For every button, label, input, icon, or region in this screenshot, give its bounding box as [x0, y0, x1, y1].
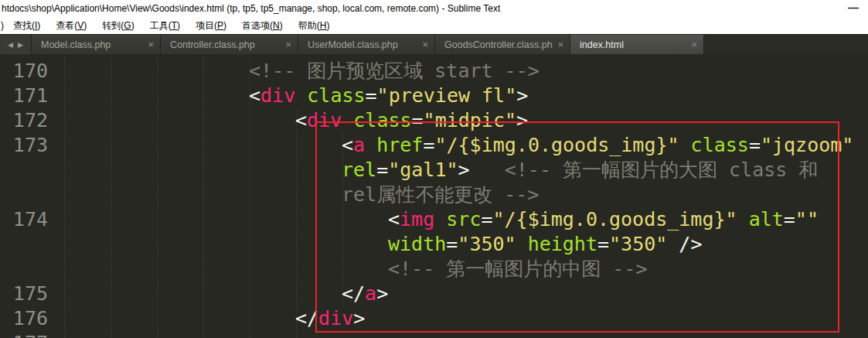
- tab-scroll-left-icon[interactable]: ◀: [8, 41, 13, 49]
- code-row-176[interactable]: 176</div>: [0, 306, 868, 331]
- code-token-pun: =: [597, 233, 609, 255]
- code-token-pun: </: [342, 282, 365, 305]
- code-text: </div>: [60, 306, 365, 331]
- code-token-tag: div: [307, 109, 342, 131]
- menu-item-V[interactable]: 查看(V): [48, 18, 94, 34]
- tab-GoodsController.class.php[interactable]: GoodsController.class.php×: [435, 35, 570, 54]
- code-token-pun: [679, 134, 691, 156]
- menu-item-N[interactable]: 首选项(N): [234, 18, 291, 34]
- menu-item-H[interactable]: 帮助(H): [291, 18, 338, 34]
- tab-Model.class.php[interactable]: Model.class.php×: [32, 35, 161, 54]
- code-row-170[interactable]: 170<!-- 图片预览区域 start -->: [0, 59, 868, 84]
- code-token-pun: <: [388, 208, 400, 230]
- code-token-tag: div: [318, 307, 353, 329]
- code-text: <!-- 第一幅图片的中图 -->: [60, 257, 647, 282]
- code-row-wrap[interactable]: width="350" height="350" />: [0, 232, 868, 257]
- code-text: <img src="/{$img.0.goods_img}" alt="": [60, 207, 819, 232]
- code-text: width="350" height="350" />: [60, 232, 702, 257]
- code-token-pun: <: [295, 109, 307, 131]
- code-token-str: "/{$img.0.goods_img}": [434, 134, 679, 156]
- tab-index.html[interactable]: index.html×: [570, 35, 704, 54]
- code-token-pun: >: [516, 109, 528, 131]
- code-row-wrap[interactable]: <!-- 第一幅图片的中图 -->: [0, 257, 868, 282]
- line-number: 172: [0, 108, 48, 133]
- code-row-173[interactable]: 173<a href="/{$img.0.goods_img}" class="…: [0, 133, 868, 158]
- line-number: 171: [0, 84, 48, 108]
- code-token-attr: width: [388, 233, 446, 255]
- code-token-com: <!-- 第一幅图片的大图 class 和: [505, 159, 819, 181]
- code-row-175[interactable]: 175</a>: [0, 282, 868, 306]
- code-token-str: "350": [458, 233, 516, 255]
- code-token-pun: =: [446, 233, 458, 255]
- window-title: htdocs\shop\Application\Home\View\Goods\…: [0, 3, 500, 14]
- code-token-pun: =: [481, 208, 492, 230]
- code-token-attr: class: [691, 134, 749, 156]
- code-token-pun: [365, 134, 376, 156]
- code-text: <a href="/{$img.0.goods_img}" class="jqz…: [60, 133, 853, 158]
- code-token-pun: [342, 109, 353, 131]
- tab-label: UserModel.class.php: [308, 39, 417, 50]
- tab-close-icon[interactable]: ×: [691, 39, 697, 50]
- line-number: 176: [0, 306, 48, 331]
- tab-close-icon[interactable]: ×: [557, 39, 563, 50]
- tab-UserModel.class.php[interactable]: UserModel.class.php×: [298, 35, 435, 54]
- menu-item-I[interactable]: 查找(I): [5, 18, 48, 34]
- code-token-str: "/{$img.0.goods_img}": [493, 208, 737, 230]
- menu-bar: )查找(I)查看(V)转到(G)工具(T)项目(P)首选项(N)帮助(H): [0, 17, 868, 34]
- code-token-com: <!-- 第一幅图片的中图 -->: [388, 258, 647, 280]
- code-row-171[interactable]: 171<div class="preview fl">: [0, 84, 868, 108]
- code-token-pun: [737, 208, 749, 230]
- code-token-tag: a: [353, 134, 365, 156]
- tab-bar: ◀ ▶ Model.class.php×Controller.class.php…: [0, 34, 868, 54]
- code-token-pun: >: [458, 159, 505, 181]
- tab-close-icon[interactable]: ×: [148, 39, 154, 50]
- code-token-attr: alt: [749, 208, 784, 230]
- code-token-pun: >: [516, 84, 528, 107]
- code-token-pun: =: [376, 159, 388, 181]
- code-token-pun: <: [342, 134, 353, 156]
- sublime-text-window: htdocs\shop\Application\Home\View\Goods\…: [0, 0, 868, 338]
- tab-scroll-right-icon[interactable]: ▶: [18, 41, 23, 49]
- code-text: </a>: [60, 282, 388, 306]
- menu-item-T[interactable]: 工具(T): [142, 18, 188, 34]
- code-token-attr: height: [528, 233, 597, 255]
- code-token-str: "midpic": [424, 109, 516, 131]
- tab-scroll-arrows: ◀ ▶: [0, 35, 32, 54]
- code-row-174[interactable]: 174<img src="/{$img.0.goods_img}" alt="": [0, 207, 868, 232]
- code-row-172[interactable]: 172<div class="midpic">: [0, 108, 868, 133]
- code-token-com: <!-- 图片预览区域 start -->: [249, 60, 540, 82]
- menu-item-P[interactable]: 项目(P): [188, 18, 234, 34]
- code-token-str: "preview fl": [377, 84, 517, 107]
- code-token-pun: >: [353, 307, 365, 329]
- code-token-pun: =: [366, 84, 377, 107]
- code-token-pun: [434, 208, 446, 230]
- code-text: <div class="preview fl">: [60, 84, 528, 108]
- code-token-attr: class: [353, 109, 411, 131]
- code-row-177[interactable]: 177: [0, 331, 868, 338]
- tab-close-icon[interactable]: ×: [422, 39, 428, 50]
- code-token-tag: img: [400, 208, 434, 230]
- code-token-str: "gal1": [388, 159, 458, 181]
- tab-Controller.class.php[interactable]: Controller.class.php×: [161, 35, 298, 54]
- code-token-str: "350": [609, 233, 667, 255]
- code-token-attr: rel: [342, 159, 376, 181]
- tab-label: index.html: [580, 39, 686, 50]
- code-row-wrap[interactable]: rel="gal1"> <!-- 第一幅图片的大图 class 和: [0, 158, 868, 183]
- code-token-tag: div: [260, 84, 295, 107]
- tab-close-icon[interactable]: ×: [285, 39, 291, 50]
- menu-item-G[interactable]: 转到(G): [94, 18, 141, 34]
- code-token-pun: >: [376, 282, 388, 305]
- tab-label: GoodsController.class.php: [444, 39, 553, 50]
- code-editor[interactable]: 170<!-- 图片预览区域 start -->171<div class="p…: [0, 54, 868, 338]
- minimize-icon[interactable]: —: [848, 1, 859, 15]
- code-text: rel属性不能更改 -->: [60, 183, 539, 207]
- line-number: 175: [0, 282, 48, 306]
- code-token-pun: <: [249, 84, 260, 107]
- line-number: 173: [0, 133, 48, 158]
- code-token-pun: =: [749, 134, 761, 156]
- line-number: 177: [0, 331, 48, 338]
- code-token-pun: =: [423, 134, 434, 156]
- code-row-wrap[interactable]: rel属性不能更改 -->: [0, 183, 868, 207]
- menu-item-fragment[interactable]: ): [0, 19, 5, 32]
- code-text: <!-- 图片预览区域 start -->: [60, 59, 540, 84]
